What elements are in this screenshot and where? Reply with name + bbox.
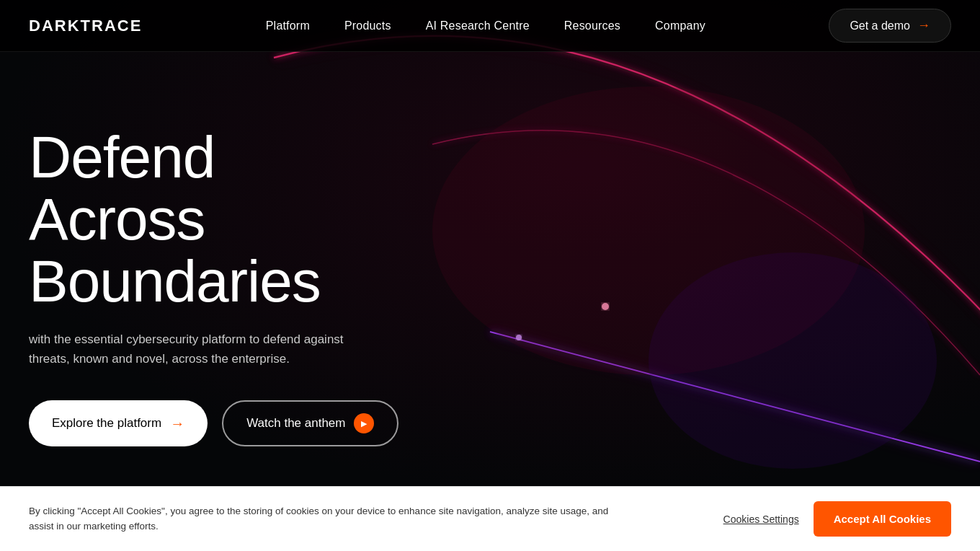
nav-link-products[interactable]: Products bbox=[344, 19, 391, 32]
nav-item-products[interactable]: Products bbox=[344, 19, 391, 32]
nav-menu: Platform Products AI Research Centre Res… bbox=[266, 19, 705, 32]
cookies-settings-button[interactable]: Cookies Settings bbox=[723, 511, 799, 528]
nav-link-company[interactable]: Company bbox=[655, 19, 705, 32]
hero-subtext: with the essential cybersecurity platfor… bbox=[29, 330, 375, 369]
hero-content: Defend Across Boundaries with the essent… bbox=[0, 126, 504, 447]
logo-text: DARKTRACE bbox=[29, 17, 142, 35]
anthem-label: Watch the anthem bbox=[246, 416, 345, 431]
hero-section: Defend Across Boundaries with the essent… bbox=[0, 0, 980, 551]
nav-link-platform[interactable]: Platform bbox=[266, 19, 310, 32]
accept-all-cookies-button[interactable]: Accept All Cookies bbox=[814, 501, 951, 537]
watch-anthem-button[interactable]: Watch the anthem ▶ bbox=[222, 400, 398, 446]
explore-platform-button[interactable]: Explore the platform → bbox=[29, 400, 208, 446]
logo[interactable]: DARKTRACE bbox=[29, 17, 142, 35]
cookie-banner: By clicking "Accept All Cookies", you ag… bbox=[0, 486, 980, 551]
nav-link-ai-research[interactable]: AI Research Centre bbox=[426, 19, 530, 32]
svg-point-1 bbox=[516, 335, 522, 340]
explore-arrow-icon: → bbox=[170, 415, 184, 432]
nav-link-resources[interactable]: Resources bbox=[564, 19, 620, 32]
nav-item-platform[interactable]: Platform bbox=[266, 19, 310, 32]
get-demo-label: Get a demo bbox=[850, 19, 910, 32]
nav-item-company[interactable]: Company bbox=[655, 19, 705, 32]
hero-headline: Defend Across Boundaries bbox=[29, 126, 476, 312]
svg-point-2 bbox=[602, 303, 609, 310]
explore-label: Explore the platform bbox=[52, 416, 161, 431]
cookie-actions: Cookies Settings Accept All Cookies bbox=[723, 501, 951, 537]
svg-point-4 bbox=[649, 252, 937, 469]
nav-item-ai-research[interactable]: AI Research Centre bbox=[426, 19, 530, 32]
headline-line2: Across Boundaries bbox=[29, 186, 321, 314]
headline-line1: Defend bbox=[29, 124, 215, 190]
get-demo-button[interactable]: Get a demo → bbox=[829, 9, 951, 43]
nav-item-resources[interactable]: Resources bbox=[564, 19, 620, 32]
cta-arrow-icon: → bbox=[917, 18, 930, 33]
play-icon: ▶ bbox=[354, 413, 374, 433]
cookie-message: By clicking "Accept All Cookies", you ag… bbox=[29, 504, 620, 534]
hero-buttons: Explore the platform → Watch the anthem … bbox=[29, 400, 476, 446]
navbar: DARKTRACE Platform Products AI Research … bbox=[0, 0, 980, 52]
